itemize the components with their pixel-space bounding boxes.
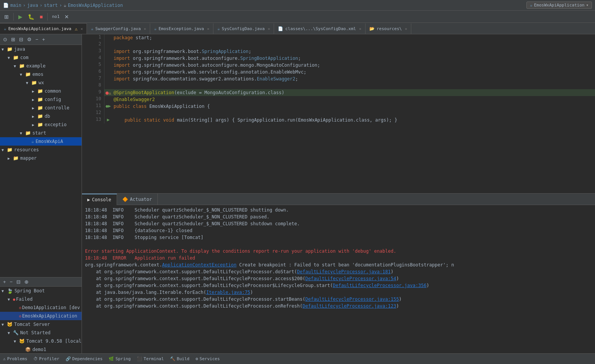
stack-link-1[interactable]: DefaultLifecycleProcessor.java:181 [297, 269, 391, 274]
tree-controller[interactable]: ▶ 📁 controlle [0, 104, 82, 112]
status-services[interactable]: ⚙ Services [196, 356, 220, 361]
tab-emosWxApiApplication[interactable]: ☕ EmosWxApiApplication.java ⚠ ✕ [0, 23, 87, 34]
line-marker-5 [104, 62, 112, 69]
stop-button[interactable]: ■ [38, 13, 45, 21]
line-content-13: public static void main(String[] args) {… [112, 117, 595, 123]
status-profiler[interactable]: ⏱ Profiler [34, 356, 59, 361]
tree-mapper-label: mapper [20, 156, 37, 161]
tab-close-3[interactable]: ✕ [207, 27, 209, 31]
tab-close[interactable]: ✕ [80, 27, 83, 31]
code-line-11: 11 ●▶ public class EmosWxApiApplication … [82, 103, 595, 110]
run-toolbar-btn4[interactable]: ⊕ [23, 278, 30, 285]
line-marker-1 [104, 34, 112, 41]
not-started-node[interactable]: ▼ 🔧 Not Started [0, 329, 82, 337]
spring-boot-node[interactable]: ▼ 🍃 Spring Boot [0, 287, 82, 295]
sidebar-btn-settings[interactable]: ⚙ [26, 36, 33, 43]
tree-db[interactable]: ▶ 📁 db [0, 112, 82, 120]
failed-label: Failed [16, 297, 32, 302]
tab-close-4[interactable]: ✕ [268, 27, 270, 31]
sidebar-btn-1[interactable]: ⊙ [2, 36, 9, 43]
tab-emosException[interactable]: ☕ EmosException.java ✕ [150, 23, 213, 34]
tomcat-server-node[interactable]: ▼ 🐱 Tomcat Server [0, 320, 82, 329]
arrow-java: ▼ [2, 47, 6, 51]
tree-config[interactable]: ▶ 📁 config [0, 95, 82, 104]
console-output[interactable]: 18:18:48 INFO Scheduler quartzScheduler_… [82, 205, 595, 353]
failed-node[interactable]: ▼ ● Failed [0, 295, 82, 303]
status-problems[interactable]: ⚠ Problems [3, 356, 27, 361]
sidebar-btn-2[interactable]: ⊞ [10, 36, 17, 43]
tab-actuator[interactable]: 🔶 Actuator [117, 194, 158, 205]
profiler-label: Profiler [39, 356, 59, 361]
tab-close-2[interactable]: ✕ [144, 27, 146, 31]
arrow-tomcat9: ▼ [14, 339, 18, 343]
stack-link-2[interactable]: DefaultLifecycleProcessor.java:54 [305, 276, 396, 281]
code-editor: 1 package start; 2 3 import org.springfr… [82, 34, 595, 353]
tree-java[interactable]: ▼ 📁 java [0, 45, 82, 53]
tree-start[interactable]: ▼ 📁 start [0, 129, 82, 137]
line-content-4: import org.springframework.boot.autoconf… [112, 55, 595, 62]
emosApp-run-node[interactable]: ⊙ EmosWxApiApplication [0, 312, 82, 320]
code-line-2: 2 [82, 41, 595, 48]
sidebar-btn-3[interactable]: ⊟ [18, 36, 25, 43]
run-config-icon: ☕ [530, 3, 532, 8]
spring-icon: 🌿 [109, 356, 114, 361]
project-tree[interactable]: ▼ 📁 java ▼ 📁 com ▼ 📁 example [0, 45, 82, 162]
tree-mapper[interactable]: ▶ 📁 mapper [0, 154, 82, 162]
arrow-db: ▶ [32, 114, 37, 119]
arrow-failed: ▼ [8, 297, 12, 301]
tab-sysConfigDaoXml[interactable]: 📄 classes\...\SysConfigDao.xml ✕ [274, 23, 365, 34]
sidebar-btn-minus[interactable]: − [34, 36, 40, 43]
tab-resources[interactable]: 📂 resources\ ✕ [366, 23, 411, 34]
run-toolbar-btn2[interactable]: − [8, 278, 14, 285]
tree-emosWxApiApp[interactable]: ☕ EmosWxApiA [0, 137, 82, 146]
error-badge-1: ● [13, 297, 15, 301]
stack-link-3[interactable]: DefaultLifecycleProcessor.java:356 [333, 283, 427, 288]
arrow-example: ▼ [14, 64, 18, 68]
console-stack-1: at org.springframework.context.support.D… [85, 268, 592, 275]
code-area[interactable]: 1 package start; 2 3 import org.springfr… [82, 34, 595, 193]
tab-close-6[interactable]: ✕ [405, 27, 407, 31]
tree-exception[interactable]: ▶ 📁 exceptio [0, 120, 82, 129]
stack-link-4[interactable]: Iterable.java:75 [206, 290, 250, 295]
demo1-node[interactable]: ⊙ Demo1Application [dev [0, 303, 82, 312]
tab-swaggerConfig[interactable]: ☕ SwaggerConfig.java ✕ [87, 23, 150, 34]
tomcat9-node[interactable]: ▼ 🐱 Tomcat 9.0.58 [local] [0, 337, 82, 345]
code-line-7: 7 import springfox.documentation.swagger… [82, 75, 595, 82]
tomcat9-label: Tomcat 9.0.58 [local] [26, 338, 82, 344]
tab-sysConfigDao[interactable]: ☕ SysConfigDao.java ✕ [213, 23, 274, 34]
status-terminal[interactable]: ⬛ Terminal [137, 356, 164, 361]
run-config[interactable]: ☕ EmosWxApiApplication ▾ [526, 2, 592, 9]
status-build[interactable]: 🔨 Build [170, 356, 189, 361]
warning-marker-icon: ⚠ [109, 91, 111, 96]
sidebar-btn-plus[interactable]: + [41, 36, 47, 43]
project-icon[interactable]: ⊞ [2, 13, 11, 21]
tree-resources[interactable]: ▼ 📁 resources [0, 146, 82, 154]
application-context-exception-link[interactable]: ApplicationContextException [162, 262, 236, 268]
line-marker-13: ▶ [104, 117, 112, 123]
tree-example[interactable]: ▼ 📁 example [0, 62, 82, 70]
close-tab-btn[interactable]: ✕ [63, 13, 71, 21]
demo1-module-node[interactable]: 📦 demo1 [0, 345, 82, 353]
debug-button[interactable]: 🐛 [26, 13, 36, 21]
tab-close-5[interactable]: ✕ [359, 27, 361, 31]
run-toolbar-btn3[interactable]: ⊟ [15, 278, 22, 285]
spring-boot-icon: 🍃 [7, 288, 13, 294]
java-icon: ☕ [4, 26, 6, 31]
run-toolbar-btn1[interactable]: + [2, 278, 8, 285]
arrow-tomcat: ▼ [2, 322, 6, 327]
actuator-tab-label: Actuator [130, 197, 152, 202]
tree-common[interactable]: ▶ 📁 common [0, 87, 82, 95]
stack-link-5[interactable]: DefaultLifecycleProcessor.java:155 [305, 297, 399, 302]
tree-wx[interactable]: ▼ 📁 wx [0, 79, 82, 87]
run-button[interactable]: ▶ [16, 13, 24, 21]
status-spring[interactable]: 🌿 Spring [109, 356, 131, 361]
line-content-12 [112, 110, 595, 117]
tab-console[interactable]: ▶ Console [82, 194, 117, 205]
run-tree[interactable]: ▼ 🍃 Spring Boot ▼ ● Failed ⊙ Demo1Applic… [0, 287, 82, 353]
stack-link-6[interactable]: DefaultLifecycleProcessor.java:123 [303, 303, 396, 309]
tree-emos[interactable]: ▼ 📁 emos [0, 70, 82, 79]
line-num-4: 4 [82, 55, 104, 62]
line-marker-7 [104, 75, 112, 82]
tree-com[interactable]: ▼ 📁 com [0, 53, 82, 62]
status-dependencies[interactable]: 🔗 Dependencies [66, 356, 103, 361]
